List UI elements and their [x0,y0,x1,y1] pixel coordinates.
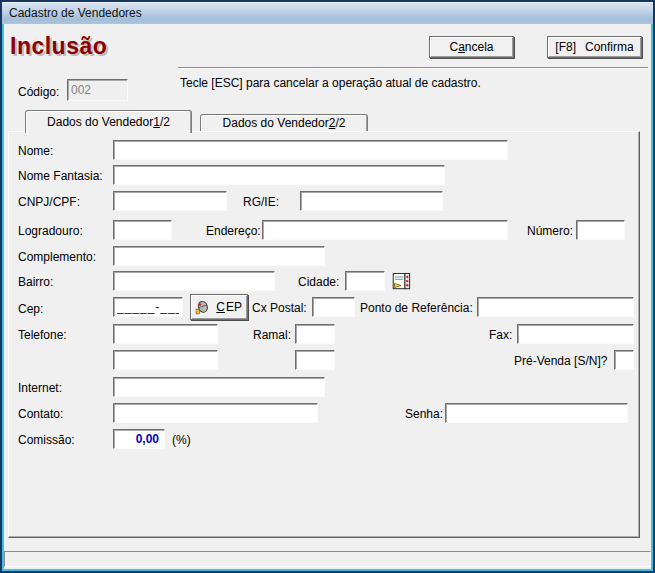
form-layer: Nome: Nome Fantasia: CNPJ/CPF: RG/IE: Lo… [0,0,655,573]
senha-input[interactable] [445,403,628,423]
mouse-search-icon [194,299,211,316]
window-title: Cadastro de Vendedores [9,6,142,20]
contato-label: Contato: [18,407,63,421]
complemento-input[interactable] [113,246,325,266]
fax-label: Fax: [489,328,512,342]
cep-button-label: EP [226,300,242,314]
internet-input[interactable] [113,377,325,397]
senha-label: Senha: [405,407,443,421]
nome-fantasia-input[interactable] [113,165,445,185]
endereco-label: Endereço: [206,224,261,238]
nome-fantasia-label: Nome Fantasia: [18,169,103,183]
cnpj-cpf-label: CNPJ/CPF: [18,195,80,209]
cidade-input[interactable] [345,271,385,291]
nome-input[interactable] [113,140,508,160]
ponto-referencia-input[interactable] [477,297,634,317]
cidade-label: Cidade: [298,275,339,289]
ramal-label: Ramal: [253,328,291,342]
cep-label: Cep: [18,302,43,316]
rg-ie-label: RG/IE: [243,195,279,209]
complemento-label: Complemento: [18,250,96,264]
vendor-registration-window: Cadastro de Vendedores Inclusão Cancela … [0,0,655,573]
telefone-input[interactable] [113,324,218,344]
cx-postal-label: Cx Postal: [252,301,307,315]
ponto-referencia-label: Ponto de Referência: [360,301,473,315]
endereco-input[interactable] [262,220,508,240]
ramal-input[interactable] [295,324,335,344]
bairro-input[interactable] [113,271,275,291]
numero-label: Número: [527,224,573,238]
pre-venda-label: Pré-Venda [S/N]? [514,354,607,368]
internet-label: Internet: [18,381,62,395]
logradouro-label: Logradouro: [18,224,83,238]
address-book-lookup-icon [392,270,412,291]
fax-input[interactable] [517,324,634,344]
contato-input[interactable] [113,403,318,423]
numero-input[interactable] [576,220,625,240]
telefone-label: Telefone: [18,328,67,342]
nome-label: Nome: [18,144,53,158]
telefone2-input[interactable] [113,350,218,370]
cep-search-button[interactable]: CEP [190,294,248,320]
comissao-percent-label: (%) [172,433,191,447]
cidade-lookup-button[interactable] [392,270,412,291]
cep-button-accel: C [216,300,225,314]
status-bar [4,551,651,567]
ramal2-input[interactable] [295,350,335,370]
bairro-label: Bairro: [18,275,53,289]
comissao-label: Comissão: [18,433,75,447]
cx-postal-input[interactable] [312,297,355,317]
rg-ie-input[interactable] [300,191,443,211]
cnpj-cpf-input[interactable] [113,191,227,211]
comissao-input[interactable] [113,429,165,449]
pre-venda-input[interactable] [614,350,634,370]
logradouro-input[interactable] [113,220,172,240]
window-titlebar[interactable]: Cadastro de Vendedores [2,2,653,24]
cep-input[interactable] [113,297,183,317]
